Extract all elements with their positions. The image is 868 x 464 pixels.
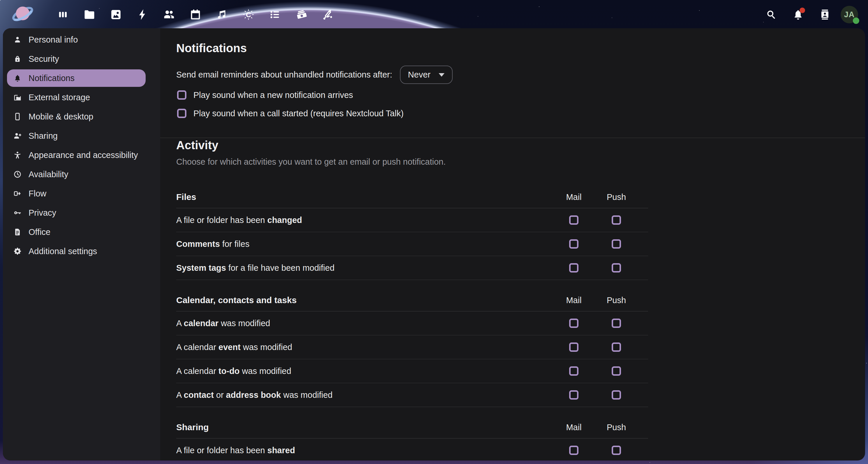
activity-row-label: A calendar event was modified (176, 343, 558, 352)
mail-checkbox[interactable] (569, 239, 579, 249)
sidebar-item-label: Additional settings (29, 246, 97, 256)
online-status-dot (853, 18, 859, 24)
app-button-photos[interactable] (102, 0, 129, 29)
user-menu-button[interactable]: JA (841, 5, 859, 24)
app-button-c-star[interactable]: C (235, 0, 261, 29)
push-cell (600, 390, 632, 400)
reminder-interval-select[interactable]: Never (400, 65, 453, 84)
signature-icon (321, 8, 334, 21)
activity-row-label: A file or folder has been changed (176, 215, 558, 225)
activity-row: A calendar event was modified (176, 336, 648, 359)
activity-row-label: A calendar to-do was modified (176, 366, 558, 376)
sidebar-item-security[interactable]: Security (7, 50, 146, 68)
activity-row-label: System tags for a file have been modifie… (176, 263, 558, 273)
mail-checkbox[interactable] (569, 366, 579, 376)
sidebar-item-office[interactable]: Office (7, 223, 146, 241)
sidebar-item-mobile-desktop[interactable]: Mobile & desktop (7, 108, 146, 125)
calendar-icon (189, 8, 202, 21)
files-icon (83, 8, 96, 21)
sidebar-item-label: Mobile & desktop (29, 112, 93, 121)
mail-checkbox[interactable] (569, 263, 579, 272)
mail-checkbox[interactable] (569, 319, 579, 328)
sidebar-item-label: Flow (29, 189, 46, 199)
app-button-activity[interactable] (129, 0, 156, 29)
app-button-list[interactable] (261, 0, 288, 29)
activity-row: Comments for files (176, 232, 648, 256)
search-button[interactable] (758, 0, 785, 29)
column-header-mail: Mail (558, 192, 590, 202)
mail-cell (558, 343, 590, 352)
contacts-menu-button[interactable] (811, 0, 838, 29)
activity-group-title: Files (176, 192, 558, 202)
notifications-section: Notifications Send email reminders about… (176, 41, 849, 121)
mail-cell (558, 390, 590, 400)
sidebar-item-sharing[interactable]: Sharing (7, 127, 146, 145)
contacts-icon (162, 8, 175, 21)
push-checkbox[interactable] (612, 263, 621, 272)
sidebar-item-additional-settings[interactable]: Additional settings (7, 242, 146, 260)
push-checkbox[interactable] (612, 239, 621, 249)
c-star-icon: C (242, 8, 255, 21)
activity-title: Activity (176, 138, 849, 152)
sidebar-item-notifications[interactable]: Notifications (7, 69, 146, 87)
smartphone-icon (13, 112, 22, 121)
sidebar-item-label: Office (29, 227, 51, 237)
sidebar-item-privacy[interactable]: Privacy (7, 204, 146, 222)
page-title: Notifications (176, 41, 849, 55)
activity-row: A contact or address book was modified (176, 383, 648, 407)
activity-row-label: A file or folder has been shared (176, 446, 558, 455)
push-checkbox[interactable] (612, 319, 621, 328)
sidebar-item-flow[interactable]: Flow (7, 185, 146, 202)
email-reminder-row: Send email reminders about unhandled not… (176, 65, 849, 84)
sidebar-item-personal-info[interactable]: Personal info (7, 31, 146, 48)
activity-row-label: Comments for files (176, 239, 558, 249)
settings-sidebar: Personal infoSecurityNotificationsExtern… (3, 28, 160, 461)
app-button-music[interactable] (209, 0, 235, 29)
bell-icon (792, 9, 804, 21)
sound-notification-label: Play sound when a new notification arriv… (193, 90, 353, 100)
sidebar-item-appearance[interactable]: Appearance and accessibility (7, 146, 146, 164)
push-checkbox[interactable] (612, 446, 621, 455)
app-launcher-nav: C (50, 0, 341, 29)
column-header-push: Push (600, 295, 632, 305)
list-icon (269, 8, 281, 21)
mail-checkbox[interactable] (569, 446, 579, 455)
reminder-interval-value: Never (408, 70, 431, 80)
app-button-money[interactable] (288, 0, 315, 29)
sidebar-item-external-storage[interactable]: External storage (7, 89, 146, 106)
activity-row: A file or folder has been shared (176, 439, 648, 461)
activity-notification-table: FilesMailPushA file or folder has been c… (176, 190, 648, 461)
app-button-contacts[interactable] (156, 0, 182, 29)
flow-icon (13, 189, 22, 198)
dashboard-icon (57, 8, 69, 21)
app-button-files[interactable] (76, 0, 102, 29)
app-button-dashboard[interactable] (50, 0, 76, 29)
sidebar-item-label: External storage (29, 93, 90, 102)
person-icon (13, 35, 22, 44)
push-checkbox[interactable] (612, 390, 621, 400)
money-icon (295, 8, 308, 21)
activity-description: Choose for which activities you want to … (176, 156, 849, 168)
sound-call-checkbox[interactable] (177, 109, 186, 118)
push-cell (600, 239, 632, 249)
app-button-calendar[interactable] (182, 0, 209, 29)
column-header-push: Push (600, 192, 632, 202)
activity-group-title: Sharing (176, 422, 558, 432)
nextcloud-planet-logo[interactable] (12, 2, 34, 26)
push-cell (600, 215, 632, 225)
app-button-signature[interactable] (315, 0, 341, 29)
push-cell (600, 319, 632, 328)
activity-row-label: A contact or address book was modified (176, 390, 558, 400)
mail-checkbox[interactable] (569, 343, 579, 352)
document-icon (13, 228, 22, 236)
column-header-push: Push (600, 423, 632, 432)
notifications-button[interactable] (785, 0, 811, 29)
mail-cell (558, 319, 590, 328)
mail-checkbox[interactable] (569, 215, 579, 225)
sound-notification-checkbox[interactable] (177, 90, 186, 100)
push-checkbox[interactable] (612, 215, 621, 225)
push-checkbox[interactable] (612, 366, 621, 376)
push-checkbox[interactable] (612, 343, 621, 352)
sidebar-item-availability[interactable]: Availability (7, 166, 146, 183)
mail-checkbox[interactable] (569, 390, 579, 400)
